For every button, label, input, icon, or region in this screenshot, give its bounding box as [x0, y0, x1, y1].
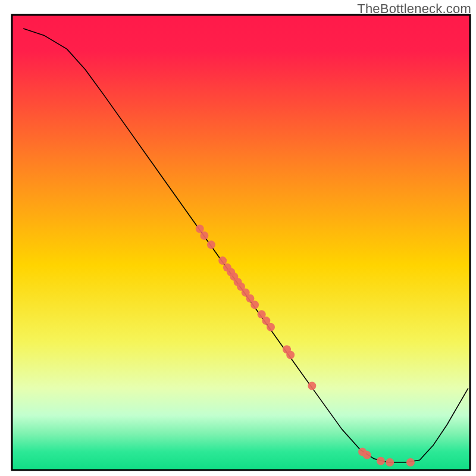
- chart-svg: [0, 0, 476, 476]
- sample-dot: [286, 350, 295, 359]
- chart-canvas: TheBottleneck.com: [0, 0, 476, 476]
- sample-dot: [377, 457, 385, 465]
- sample-dot: [250, 300, 259, 309]
- sample-dot: [363, 451, 371, 459]
- chart-background: [12, 15, 470, 470]
- sample-dot: [218, 256, 227, 265]
- sample-dot: [207, 240, 215, 249]
- watermark-text: TheBottleneck.com: [357, 1, 471, 17]
- sample-dot: [267, 323, 275, 331]
- sample-dot: [406, 458, 415, 466]
- sample-dot: [200, 231, 208, 240]
- sample-dot: [308, 381, 316, 390]
- sample-dot: [386, 458, 394, 466]
- sample-dot: [196, 225, 204, 233]
